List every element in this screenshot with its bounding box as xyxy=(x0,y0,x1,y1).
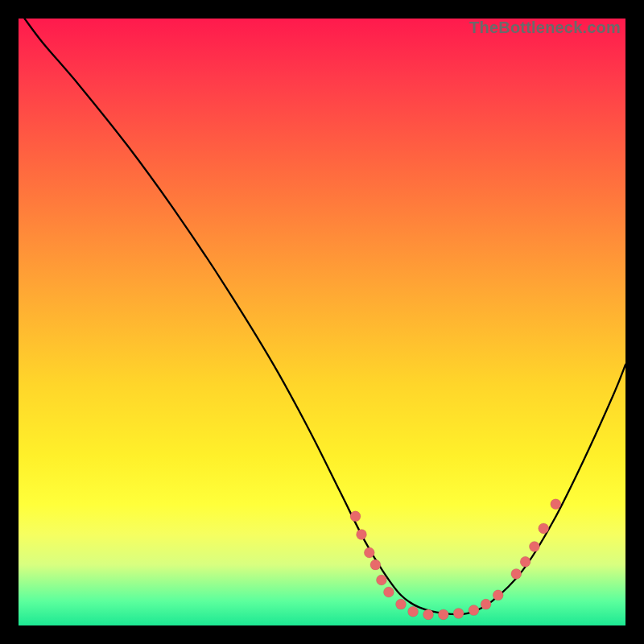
data-point xyxy=(438,609,448,620)
data-point xyxy=(529,542,539,552)
data-point xyxy=(520,556,530,567)
data-point xyxy=(551,499,561,510)
data-point xyxy=(376,575,386,585)
data-point xyxy=(469,605,479,616)
data-point xyxy=(511,568,522,579)
data-point xyxy=(423,609,434,620)
data-point xyxy=(453,608,464,618)
data-point xyxy=(539,523,549,534)
data-point xyxy=(364,547,374,558)
data-points xyxy=(350,499,561,620)
data-point xyxy=(408,606,419,617)
data-point xyxy=(350,511,361,522)
bottleneck-curve xyxy=(25,19,626,614)
data-point xyxy=(396,599,407,609)
chart-frame: TheBottleneck.com xyxy=(19,19,625,625)
data-point xyxy=(481,599,491,609)
data-point xyxy=(383,587,394,597)
chart-plot xyxy=(19,19,625,625)
data-point xyxy=(370,559,381,570)
data-point xyxy=(493,590,503,601)
data-point xyxy=(357,529,367,539)
